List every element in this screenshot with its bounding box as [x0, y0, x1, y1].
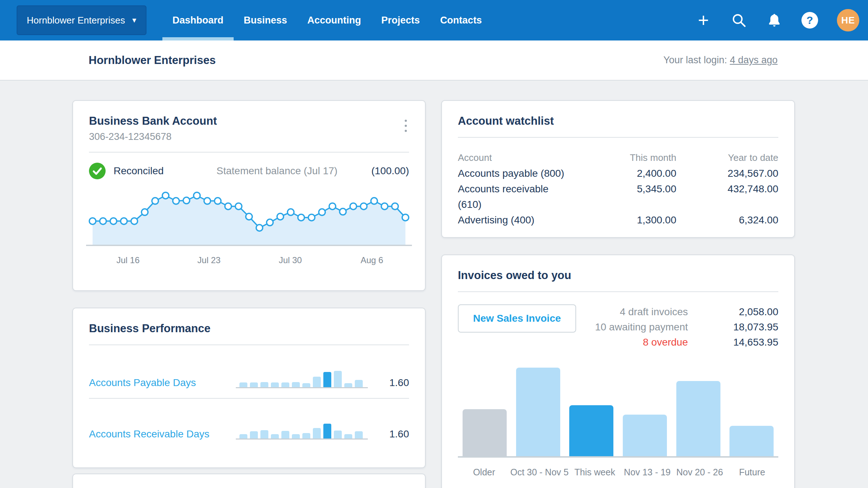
data-point-marker[interactable]: [100, 218, 106, 224]
data-point-marker[interactable]: [371, 198, 378, 204]
data-point-marker[interactable]: [256, 224, 263, 231]
divider: [458, 291, 778, 292]
org-name: Hornblower Enterprises: [27, 15, 125, 26]
sparkline-bar: [355, 380, 363, 387]
sparkline-bar: [344, 434, 352, 438]
accounts-receivable-days-link[interactable]: Accounts Receivable Days: [89, 428, 209, 440]
invoice-chart-bar[interactable]: [516, 368, 560, 458]
data-point-marker[interactable]: [340, 209, 346, 215]
avatar-initials: HE: [841, 15, 855, 26]
statement-balance-value: (100.00): [371, 165, 409, 177]
receivable-days-value: 1.60: [390, 428, 409, 440]
tab-projects[interactable]: Projects: [371, 0, 430, 40]
add-button[interactable]: +: [695, 12, 712, 29]
watchlist-row-label[interactable]: Advertising (400): [458, 212, 568, 228]
sparkline-bar: [260, 430, 268, 438]
draft-invoices-value: 2,058.00: [688, 304, 778, 320]
data-point-marker[interactable]: [89, 218, 96, 224]
invoice-chart-bar[interactable]: [676, 381, 720, 458]
watchlist-row-label[interactable]: Accounts payable (800): [458, 166, 568, 181]
tab-accounting[interactable]: Accounting: [297, 0, 371, 40]
notifications-button[interactable]: [766, 12, 783, 29]
overdue-label[interactable]: 8 overdue: [643, 335, 688, 350]
tab-contacts[interactable]: Contacts: [430, 0, 492, 40]
bank-account-card: Business Bank Account 306-234-12345678 R…: [72, 100, 426, 291]
data-point-marker[interactable]: [193, 192, 200, 199]
x-axis-label: Aug 6: [361, 255, 383, 265]
invoice-chart-bar[interactable]: [463, 409, 507, 458]
data-point-marker[interactable]: [110, 218, 117, 224]
awaiting-payment-value: 18,073.95: [688, 320, 778, 335]
watchlist-row-label[interactable]: Accounts receivable (610): [458, 181, 568, 212]
data-point-marker[interactable]: [225, 203, 231, 210]
data-point-marker[interactable]: [235, 203, 242, 210]
data-point-marker[interactable]: [267, 219, 273, 226]
data-point-marker[interactable]: [309, 214, 315, 221]
watchlist-row-this-month: 5,345.00: [568, 181, 676, 212]
sparkline-bar: [323, 372, 331, 387]
data-point-marker[interactable]: [246, 213, 252, 220]
check-icon: [89, 163, 106, 179]
draft-invoices-label[interactable]: 4 draft invoices: [620, 304, 688, 320]
new-sales-invoice-button[interactable]: New Sales Invoice: [458, 304, 576, 333]
tab-dashboard[interactable]: Dashboard: [162, 0, 234, 40]
payable-days-sparkline: [239, 370, 364, 387]
data-point-marker[interactable]: [152, 198, 158, 204]
avatar[interactable]: HE: [837, 9, 859, 31]
business-performance-card: Business Performance Accounts Payable Da…: [72, 308, 426, 468]
data-point-marker[interactable]: [319, 209, 325, 215]
data-point-marker[interactable]: [402, 214, 409, 221]
data-point-marker[interactable]: [141, 209, 148, 215]
sparkline-bar: [271, 382, 279, 387]
data-point-marker[interactable]: [288, 209, 294, 215]
invoices-chart-axis: OlderOct 30 - Nov 5This weekNov 13 - 19N…: [458, 467, 778, 478]
tab-business[interactable]: Business: [234, 0, 297, 40]
overdue-value: 14,653.95: [688, 335, 778, 350]
invoices-owed-chart[interactable]: [458, 367, 778, 458]
primary-nav: Dashboard Business Accounting Projects C…: [162, 0, 492, 40]
help-button[interactable]: ?: [801, 12, 818, 29]
data-point-marker[interactable]: [162, 192, 169, 199]
data-point-marker[interactable]: [329, 203, 336, 210]
data-point-marker[interactable]: [361, 203, 367, 210]
sparkline-bar: [302, 433, 310, 438]
bank-balance-chart[interactable]: [89, 189, 409, 247]
invoice-chart-bar[interactable]: [569, 405, 613, 458]
data-point-marker[interactable]: [173, 198, 179, 204]
data-point-marker[interactable]: [350, 203, 357, 210]
chevron-down-icon: ▾: [132, 16, 136, 25]
x-axis-label: Jul 23: [197, 255, 221, 265]
invoice-chart-bar[interactable]: [729, 426, 774, 458]
data-point-marker[interactable]: [204, 198, 210, 204]
help-icon: ?: [801, 12, 818, 29]
data-point-marker[interactable]: [392, 203, 398, 210]
data-point-marker[interactable]: [277, 213, 284, 220]
sparkline-bar: [355, 431, 363, 438]
x-axis-label: Future: [726, 467, 778, 478]
data-point-marker[interactable]: [121, 218, 127, 224]
awaiting-payment-label[interactable]: 10 awaiting payment: [595, 320, 688, 335]
search-button[interactable]: [731, 12, 747, 29]
bell-icon: [766, 12, 782, 28]
sparkline-baseline: [236, 438, 368, 440]
accounts-payable-days-link[interactable]: Accounts Payable Days: [89, 377, 196, 389]
data-point-marker[interactable]: [214, 198, 221, 204]
org-switcher-button[interactable]: Hornblower Enterprises ▾: [17, 5, 146, 35]
nav-actions: + ? HE: [695, 9, 859, 31]
data-point-marker[interactable]: [298, 214, 305, 221]
watchlist-row-year-to-date: 432,748.00: [676, 181, 778, 212]
top-nav: Hornblower Enterprises ▾ Dashboard Busin…: [0, 0, 868, 40]
data-point-marker[interactable]: [183, 197, 190, 204]
kebab-menu-icon[interactable]: [403, 117, 409, 134]
sparkline-bar: [334, 431, 342, 438]
sparkline-bar: [292, 434, 300, 438]
invoice-chart-bar[interactable]: [623, 415, 667, 458]
performance-row-payable: Accounts Payable Days 1.60: [89, 347, 409, 398]
search-icon: [731, 12, 747, 28]
dashboard-grid: Business Bank Account 306-234-12345678 R…: [0, 81, 868, 488]
data-point-marker[interactable]: [381, 203, 388, 210]
overdue-row: 8 overdue 14,653.95: [595, 335, 778, 350]
x-axis-label: Older: [458, 467, 510, 478]
data-point-marker[interactable]: [131, 218, 137, 224]
last-login-link[interactable]: 4 days ago: [730, 55, 778, 65]
